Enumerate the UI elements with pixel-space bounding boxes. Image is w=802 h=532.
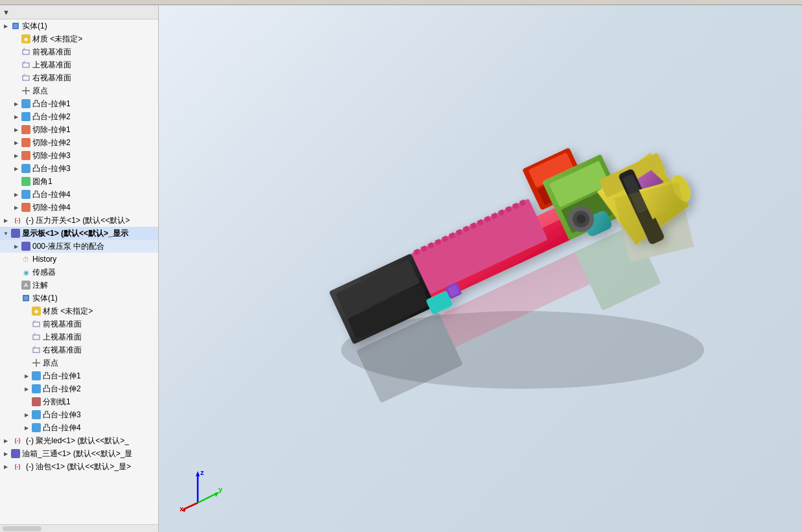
tree-item-icon bbox=[21, 164, 30, 173]
tree-item-label: 凸台-拉伸1 bbox=[43, 371, 81, 382]
tree-item-label: 油箱_三通<1> (默认<<默认>_显 bbox=[22, 448, 132, 459]
tree-item-icon bbox=[32, 397, 41, 406]
expand-arrow[interactable]: ▶ bbox=[23, 411, 30, 419]
expand-arrow[interactable]: ▶ bbox=[13, 139, 19, 146]
tree-item-label: 凸台-拉伸3 bbox=[43, 410, 81, 421]
expand-arrow[interactable]: ▶ bbox=[13, 126, 19, 133]
tree-item[interactable]: ▶分割线1 bbox=[0, 395, 158, 408]
tree-item[interactable]: ▶右视基准面 bbox=[0, 71, 158, 84]
tree-item-label: 凸台-拉伸3 bbox=[32, 163, 71, 174]
expand-arrow[interactable]: ▶ bbox=[13, 203, 19, 211]
tree-item[interactable]: ▶(-)(-) 油包<1> (默认<<默认>_显> bbox=[0, 460, 158, 473]
tree-item-icon bbox=[21, 294, 30, 303]
expand-arrow[interactable]: ▶ bbox=[13, 100, 19, 108]
svg-line-76 bbox=[198, 493, 217, 503]
tree-item[interactable]: ▶实体(1) bbox=[0, 292, 158, 305]
tree-item-label: 右视基准面 bbox=[32, 73, 71, 84]
tree-item[interactable]: ▶凸台-拉伸4 bbox=[0, 421, 158, 434]
expand-arrow[interactable]: ▶ bbox=[3, 437, 9, 445]
tree-item[interactable]: ▶圆角1 bbox=[0, 175, 158, 188]
tree-item-icon: ⏱ bbox=[21, 255, 30, 264]
tree-item-icon: ◉ bbox=[21, 268, 30, 277]
tree-item-icon bbox=[11, 21, 20, 30]
expand-arrow[interactable]: ▶ bbox=[13, 165, 19, 172]
filter-icon[interactable]: ▼ bbox=[3, 8, 10, 16]
tree-item[interactable]: ▶凸台-拉伸2 bbox=[0, 382, 158, 395]
tree-item-label: 凸台-拉伸4 bbox=[32, 189, 71, 200]
tree-item-icon: (-) bbox=[11, 436, 24, 445]
tree-item-label: 凸台-拉伸4 bbox=[43, 422, 81, 434]
tree-item[interactable]: ▶凸台-拉伸4 bbox=[0, 188, 158, 201]
tree-item-icon bbox=[21, 86, 30, 95]
tree-item[interactable]: ▶000-液压泵 中的配合 bbox=[0, 240, 158, 253]
tree-item-icon bbox=[32, 319, 41, 329]
tree-item-icon bbox=[32, 371, 41, 380]
svg-marker-74 bbox=[196, 471, 200, 476]
tree-item[interactable]: ▶前视基准面 bbox=[0, 318, 158, 330]
tree-item[interactable]: ▶凸台-拉伸3 bbox=[0, 408, 158, 421]
expand-arrow[interactable]: ▶ bbox=[13, 191, 19, 198]
tree-item[interactable]: ▶凸台-拉伸2 bbox=[0, 110, 158, 123]
tree-item-icon bbox=[21, 73, 30, 82]
svg-rect-5 bbox=[23, 63, 29, 67]
tree-item-icon bbox=[21, 99, 30, 108]
tree-item[interactable]: ▶实体(1) bbox=[0, 19, 158, 32]
svg-rect-15 bbox=[33, 322, 40, 327]
expand-arrow[interactable]: ▶ bbox=[3, 216, 9, 224]
viewport[interactable]: z y x bbox=[159, 5, 802, 532]
feature-tree-panel: ▼ ▶实体(1)▶◆材质 <未指定>▶前视基准面▶上视基准面▶右视基准面▶原点▶… bbox=[0, 5, 159, 532]
tree-item-label: 切除-拉伸3 bbox=[32, 150, 71, 161]
tree-item-icon bbox=[21, 190, 30, 199]
tree-item[interactable]: ▶右视基准面 bbox=[0, 343, 158, 356]
expand-arrow[interactable]: ▶ bbox=[23, 424, 30, 432]
tree-item[interactable]: ▶◆材质 <未指定> bbox=[0, 32, 158, 45]
tree-item[interactable]: ▶切除-拉伸2 bbox=[0, 136, 158, 149]
tree-item-label: 实体(1) bbox=[32, 293, 58, 304]
tree-item[interactable]: ▶上视基准面 bbox=[0, 330, 158, 343]
3d-model bbox=[237, 91, 724, 415]
tree-item[interactable]: ▶凸台-拉伸1 bbox=[0, 97, 158, 110]
tree-item[interactable]: ▼显示板<1> (默认<<默认>_显示 bbox=[0, 227, 158, 240]
tree-item[interactable]: ▶A注解 bbox=[0, 279, 158, 292]
expand-arrow[interactable]: ▶ bbox=[3, 22, 9, 30]
expand-arrow[interactable]: ▶ bbox=[23, 372, 30, 380]
tree-item-label: 切除-拉伸1 bbox=[32, 124, 71, 135]
svg-rect-21 bbox=[33, 348, 40, 353]
tree-item[interactable]: ▶⏱History bbox=[0, 253, 158, 266]
tree-item-icon bbox=[21, 203, 30, 212]
tree-item[interactable]: ▶凸台-拉伸3 bbox=[0, 162, 158, 175]
tree-item[interactable]: ▶切除-拉伸4 bbox=[0, 201, 158, 214]
tree-item-label: 分割线1 bbox=[43, 397, 71, 408]
tree-item-icon: ◆ bbox=[32, 306, 41, 316]
tree-item[interactable]: ▶凸台-拉伸1 bbox=[0, 369, 158, 382]
h-scrollbar[interactable] bbox=[0, 524, 158, 532]
tree-item[interactable]: ▶原点 bbox=[0, 84, 158, 97]
tree-item[interactable]: ▶原点 bbox=[0, 356, 158, 369]
expand-arrow[interactable]: ▶ bbox=[13, 113, 19, 121]
tree-item-icon bbox=[11, 229, 20, 238]
tree-item[interactable]: ▶◆材质 <未指定> bbox=[0, 305, 158, 318]
filter-bar: ▼ bbox=[0, 5, 158, 19]
svg-rect-2 bbox=[23, 50, 29, 54]
tree-item[interactable]: ▶油箱_三通<1> (默认<<默认>_显 bbox=[0, 447, 158, 460]
tree-item-label: 原点 bbox=[32, 86, 48, 97]
expand-arrow[interactable]: ▶ bbox=[13, 152, 19, 159]
expand-arrow[interactable]: ▶ bbox=[13, 242, 19, 250]
expand-arrow[interactable]: ▶ bbox=[23, 385, 30, 393]
tree-item[interactable]: ▶上视基准面 bbox=[0, 58, 158, 71]
tree-item[interactable]: ▶切除-拉伸3 bbox=[0, 149, 158, 162]
tree-item[interactable]: ▶◉传感器 bbox=[0, 266, 158, 279]
expand-arrow[interactable]: ▶ bbox=[3, 463, 9, 470]
tree-item[interactable]: ▶切除-拉伸1 bbox=[0, 123, 158, 136]
tree-item-label: 注解 bbox=[32, 280, 48, 291]
tree-item[interactable]: ▶(-)(-) 聚光led<1> (默认<<默认>_ bbox=[0, 434, 158, 447]
tree-item[interactable]: ▶(-)(-) 压力开关<1> (默认<<默认> bbox=[0, 214, 158, 227]
expand-arrow[interactable]: ▼ bbox=[3, 229, 9, 237]
svg-text:y: y bbox=[218, 485, 223, 493]
svg-rect-14 bbox=[24, 296, 28, 300]
tree-item-label: (-) 聚光led<1> (默认<<默认>_ bbox=[26, 435, 129, 446]
expand-arrow[interactable]: ▶ bbox=[3, 450, 9, 457]
tree-item[interactable]: ▶前视基准面 bbox=[0, 45, 158, 58]
tree-item-label: 000-液压泵 中的配合 bbox=[32, 241, 104, 252]
tree-item-label: 材质 <未指定> bbox=[43, 306, 93, 317]
